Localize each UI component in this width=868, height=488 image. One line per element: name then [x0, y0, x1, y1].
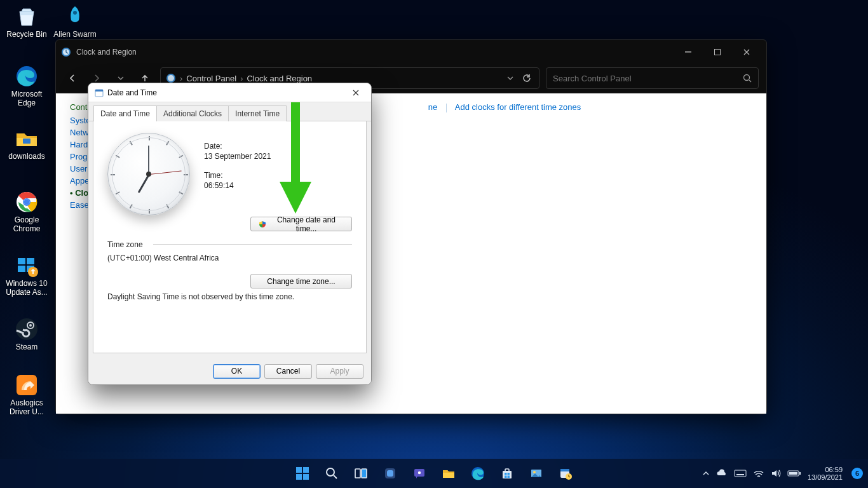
- system-tray[interactable]: 06:59 13/09/2021 6: [702, 466, 863, 481]
- start-button[interactable]: [290, 461, 315, 486]
- close-button[interactable]: [732, 43, 761, 62]
- chevron-right-icon: ›: [240, 74, 243, 83]
- address-dropdown-button[interactable]: [505, 75, 516, 81]
- dialog-titlebar[interactable]: Date and Time: [88, 83, 371, 102]
- desktop-icon-auslogics[interactable]: Auslogics Driver U...: [4, 372, 50, 417]
- svg-rect-33: [362, 469, 367, 478]
- change-date-time-button[interactable]: Change date and time...: [250, 217, 352, 231]
- svg-point-31: [327, 468, 334, 476]
- link-add-clocks[interactable]: Add clocks for different time zones: [455, 102, 581, 112]
- keyboard-icon[interactable]: [734, 469, 747, 478]
- taskbar-search-button[interactable]: [319, 461, 344, 486]
- chat-button[interactable]: [407, 461, 432, 486]
- dst-text: Daylight Saving Time is not observed by …: [107, 292, 352, 301]
- svg-rect-35: [387, 470, 393, 477]
- wifi-icon[interactable]: [753, 469, 764, 478]
- desktop-icon-alien-swarm[interactable]: Alien Swarm: [52, 4, 98, 39]
- tab-internet-time[interactable]: Internet Time: [228, 105, 287, 121]
- svg-rect-24: [95, 90, 103, 92]
- volume-icon[interactable]: [771, 469, 781, 478]
- auslogics-icon: [14, 372, 39, 398]
- date-time-dialog: Date and Time Date and Time Additional C…: [88, 83, 372, 385]
- search-input[interactable]: [553, 74, 743, 83]
- minimize-button[interactable]: [674, 43, 703, 62]
- svg-rect-53: [789, 472, 797, 475]
- tray-overflow-button[interactable]: [702, 470, 710, 477]
- svg-point-37: [418, 471, 421, 474]
- svg-rect-9: [18, 266, 25, 272]
- refresh-button[interactable]: [520, 74, 534, 83]
- desktop-icon-label: Microsoft Edge: [4, 90, 50, 108]
- chevron-right-icon: ›: [180, 74, 182, 83]
- tab-date-and-time[interactable]: Date and Time: [93, 105, 157, 121]
- svg-point-21: [168, 75, 174, 81]
- svg-point-0: [73, 11, 77, 15]
- desktop-icon-downloads[interactable]: downloads: [4, 126, 50, 161]
- time-label: Time:: [204, 171, 271, 180]
- desktop-icon-label: downloads: [4, 152, 50, 161]
- datetime-icon: [95, 88, 104, 97]
- desktop-icon-chrome[interactable]: Google Chrome: [4, 189, 50, 234]
- desktop-icon-recycle-bin[interactable]: Recycle Bin: [4, 4, 50, 39]
- nav-back-button[interactable]: [64, 69, 81, 87]
- tab-additional-clocks[interactable]: Additional Clocks: [156, 105, 229, 121]
- svg-rect-42: [508, 473, 510, 475]
- date-label: Date:: [204, 142, 271, 151]
- window-title: Clock and Region: [76, 48, 137, 57]
- control-panel-crumb-icon: [166, 73, 176, 83]
- dialog-title: Date and Time: [107, 88, 157, 97]
- date-value: 13 September 2021: [204, 152, 271, 161]
- taskbar-center: [290, 461, 578, 486]
- cancel-button[interactable]: Cancel: [264, 364, 312, 379]
- svg-rect-27: [296, 467, 302, 473]
- desktop-icon-label: Steam: [4, 343, 50, 352]
- chrome-icon: [14, 189, 39, 215]
- battery-icon[interactable]: [787, 470, 801, 477]
- search-bar[interactable]: [546, 67, 759, 89]
- dialog-tabs: Date and Time Additional Clocks Internet…: [88, 102, 371, 121]
- uac-shield-icon: [259, 220, 266, 228]
- desktop-icon-label: Alien Swarm: [52, 30, 98, 39]
- svg-rect-19: [715, 49, 721, 55]
- apply-button[interactable]: Apply: [316, 364, 363, 379]
- link-change-time-zone-visible[interactable]: ne: [428, 102, 437, 112]
- svg-point-22: [744, 75, 750, 81]
- dialog-close-button[interactable]: [347, 86, 365, 100]
- tray-clock[interactable]: 06:59 13/09/2021: [808, 466, 843, 481]
- desktop-icon-edge[interactable]: Microsoft Edge: [4, 64, 50, 108]
- alien-swarm-icon: [62, 4, 88, 29]
- titlebar[interactable]: Clock and Region: [56, 40, 766, 64]
- taskbar[interactable]: 06:59 13/09/2021 6: [0, 459, 868, 488]
- svg-rect-39: [503, 471, 512, 478]
- maximize-button[interactable]: [703, 43, 732, 62]
- store-button[interactable]: [494, 461, 520, 486]
- svg-rect-41: [505, 473, 507, 475]
- notification-badge[interactable]: 6: [851, 468, 863, 479]
- onedrive-icon[interactable]: [716, 469, 728, 478]
- clock-region-icon: [61, 47, 71, 57]
- steam-icon: [14, 316, 39, 342]
- edge-taskbar-button[interactable]: [465, 461, 491, 486]
- photos-button[interactable]: [524, 461, 549, 486]
- widgets-button[interactable]: [377, 461, 403, 486]
- breadcrumb-clock-region[interactable]: Clock and Region: [247, 74, 312, 83]
- settings-datetime-button[interactable]: [553, 461, 578, 486]
- folder-icon: [14, 126, 39, 151]
- svg-point-6: [24, 200, 30, 205]
- recycle-bin-icon: [14, 4, 39, 29]
- desktop-icon-label: Recycle Bin: [4, 30, 50, 39]
- edge-icon: [14, 64, 39, 89]
- desktop-icon-win10-update[interactable]: Windows 10 Update As...: [4, 253, 50, 297]
- change-time-zone-button[interactable]: Change time zone...: [250, 274, 352, 288]
- breadcrumb-control-panel[interactable]: Control Panel: [186, 74, 236, 83]
- desktop-icon-steam[interactable]: Steam: [4, 316, 50, 352]
- task-view-button[interactable]: [348, 461, 374, 486]
- ok-button[interactable]: OK: [213, 364, 261, 379]
- windows-update-icon: [14, 253, 39, 278]
- tab-body: Date: 13 September 2021 Time: 06:59:14 C…: [93, 121, 367, 353]
- svg-point-14: [29, 324, 32, 327]
- svg-rect-8: [27, 258, 34, 264]
- file-explorer-button[interactable]: [436, 461, 461, 486]
- svg-rect-32: [355, 469, 360, 478]
- timezone-section-label: Time zone: [107, 240, 143, 249]
